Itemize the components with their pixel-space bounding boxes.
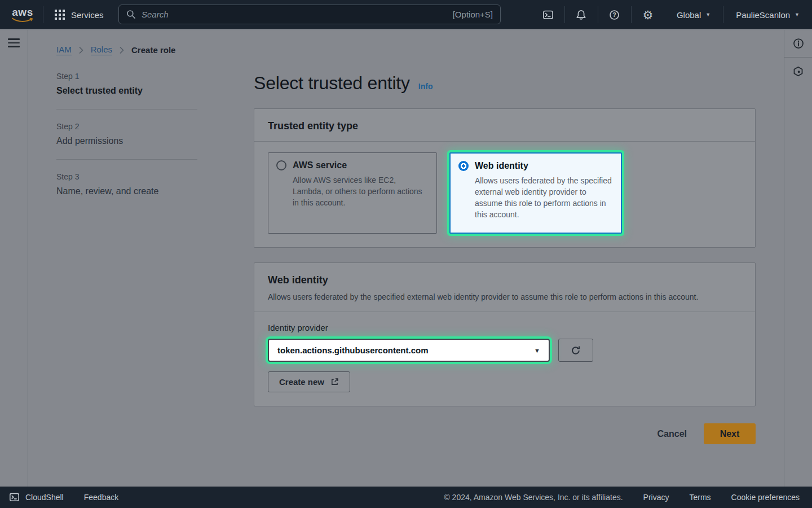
breadcrumb-roles-link[interactable]: Roles xyxy=(91,45,112,55)
wizard-step-1: Step 1 Select trusted entity xyxy=(56,72,197,96)
footer-cloudshell-button[interactable]: CloudShell xyxy=(9,492,64,502)
option-description: Allows users federated by the specified … xyxy=(475,175,613,220)
web-identity-option-tile[interactable]: Web identity Allows users federated by t… xyxy=(449,152,622,234)
top-nav-bar: aws Services Search [Option+S] xyxy=(0,0,812,29)
identity-provider-value: token.actions.githubusercontent.com xyxy=(277,345,429,355)
cookie-preferences-link[interactable]: Cookie preferences xyxy=(731,493,800,502)
region-label: Global xyxy=(677,10,701,20)
identity-provider-label: Identity provider xyxy=(268,323,742,332)
gear-icon: ⚙ xyxy=(642,9,653,21)
aws-service-option-tile[interactable]: AWS service Allow AWS services like EC2,… xyxy=(268,152,437,234)
feedback-link[interactable]: Feedback xyxy=(84,493,118,502)
left-rail xyxy=(0,30,28,487)
card-title: Trusted entity type xyxy=(268,120,742,132)
svg-text:?: ? xyxy=(613,11,617,18)
step-number-label: Step 3 xyxy=(56,172,197,181)
right-rail xyxy=(784,30,812,487)
option-title: AWS service xyxy=(293,160,347,170)
card-description: Allows users federated by the specified … xyxy=(268,291,719,303)
terminal-icon xyxy=(542,10,554,20)
notifications-button[interactable] xyxy=(565,0,598,29)
breadcrumb: IAM Roles Create role xyxy=(56,45,175,55)
account-name: PaulieScanlon xyxy=(736,10,790,20)
search-placeholder: Search xyxy=(142,10,447,19)
radio-unchecked-icon[interactable] xyxy=(276,160,286,170)
step-title: Name, review, and create xyxy=(56,186,197,196)
wizard-step-2: Step 2 Add permissions xyxy=(56,122,197,146)
step-number-label: Step 2 xyxy=(56,122,197,131)
radio-checked-icon[interactable] xyxy=(458,161,469,171)
card-title: Web identity xyxy=(268,274,742,286)
privacy-link[interactable]: Privacy xyxy=(643,493,669,502)
region-selector[interactable]: Global ▼ xyxy=(664,0,723,29)
info-circle-icon xyxy=(793,38,804,49)
bell-icon xyxy=(576,10,586,20)
wizard-steps-nav: Step 1 Select trusted entity Step 2 Add … xyxy=(56,72,197,196)
page-title: Select trusted entity xyxy=(254,73,410,94)
wizard-step-3: Step 3 Name, review, and create xyxy=(56,172,197,196)
terminal-icon xyxy=(9,492,20,502)
refresh-button[interactable] xyxy=(558,339,593,362)
wizard-actions: Cancel Next xyxy=(254,423,756,444)
terms-link[interactable]: Terms xyxy=(689,493,710,502)
aws-logo[interactable]: aws xyxy=(11,7,34,23)
cancel-button[interactable]: Cancel xyxy=(657,429,687,439)
search-icon xyxy=(126,10,136,19)
chevron-right-icon xyxy=(120,47,124,54)
hexagon-icon xyxy=(793,66,804,77)
account-menu[interactable]: PaulieScanlon ▼ xyxy=(723,0,812,29)
question-icon: ? xyxy=(609,10,620,20)
search-input[interactable]: Search [Option+S] xyxy=(118,5,501,24)
copyright-text: © 2024, Amazon Web Services, Inc. or its… xyxy=(444,493,623,502)
create-new-button[interactable]: Create new xyxy=(268,371,350,392)
next-button[interactable]: Next xyxy=(704,423,756,444)
step-title: Select trusted entity xyxy=(56,86,197,96)
breadcrumb-iam-link[interactable]: IAM xyxy=(56,45,72,55)
trusted-entity-card: Trusted entity type AWS service Allow AW… xyxy=(254,108,756,248)
info-panel-button[interactable] xyxy=(784,30,812,58)
identity-provider-select[interactable]: token.actions.githubusercontent.com ▼ xyxy=(268,339,550,362)
option-description: Allow AWS services like EC2, Lambda, or … xyxy=(293,174,429,208)
grid-icon xyxy=(55,10,65,20)
info-link[interactable]: Info xyxy=(418,82,433,91)
web-identity-card: Web identity Allows users federated by t… xyxy=(254,262,756,406)
chevron-down-icon: ▼ xyxy=(705,12,710,17)
content-region: IAM Roles Create role Step 1 Select trus… xyxy=(0,29,812,487)
chevron-down-icon: ▼ xyxy=(795,12,800,17)
main-content: Select trusted entity Info Trusted entit… xyxy=(254,73,756,444)
services-label: Services xyxy=(71,10,104,20)
settings-button[interactable]: ⚙ xyxy=(632,0,664,29)
step-divider xyxy=(56,159,197,160)
step-number-label: Step 1 xyxy=(56,72,197,81)
create-new-label: Create new xyxy=(279,377,324,387)
hamburger-menu-button[interactable] xyxy=(8,38,20,50)
refresh-icon xyxy=(571,345,581,356)
external-link-icon xyxy=(330,378,339,386)
footer-bar: CloudShell Feedback © 2024, Amazon Web S… xyxy=(0,487,812,508)
aws-logo-text: aws xyxy=(12,7,33,17)
breadcrumb-current: Create role xyxy=(131,45,175,55)
search-shortcut-hint: [Option+S] xyxy=(453,10,493,19)
option-title: Web identity xyxy=(475,161,528,171)
aws-smile-icon xyxy=(11,17,34,23)
resources-panel-button[interactable] xyxy=(784,58,812,85)
cloudshell-button[interactable] xyxy=(532,0,564,29)
help-button[interactable]: ? xyxy=(598,0,631,29)
chevron-right-icon xyxy=(79,47,83,54)
services-menu-button[interactable]: Services xyxy=(43,10,115,20)
cloudshell-label: CloudShell xyxy=(25,493,64,502)
caret-down-icon: ▼ xyxy=(534,347,540,354)
step-title: Add permissions xyxy=(56,136,197,146)
step-divider xyxy=(56,109,197,110)
